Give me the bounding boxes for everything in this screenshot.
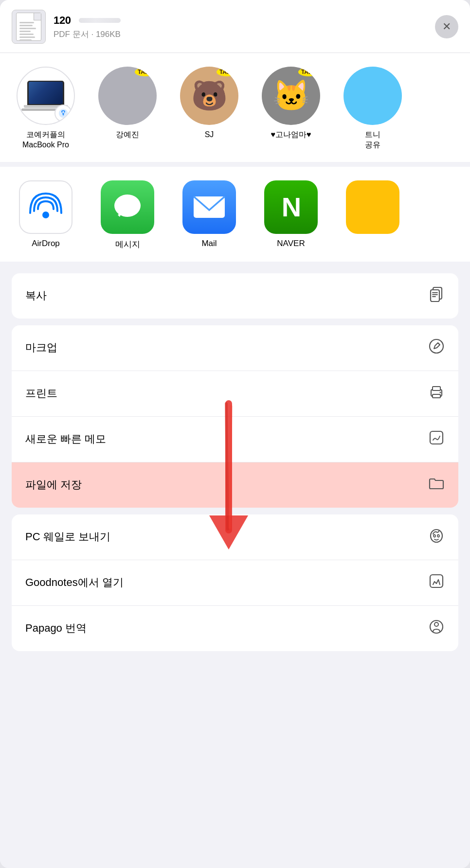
contacts-section: 코예커플의MacBook Pro TALK 강예진 🐻 TALK SJ — [0, 53, 470, 167]
mail-app-icon — [182, 180, 236, 234]
talk-badge-kangyejin: TALK — [135, 68, 156, 76]
copy-label: 복사 — [25, 288, 47, 303]
contacts-row: 코예커플의MacBook Pro TALK 강예진 🐻 TALK SJ — [12, 67, 458, 150]
svg-rect-14 — [433, 394, 440, 398]
markup-icon — [428, 338, 445, 358]
goodnotes-label: Goodnotes에서 열기 — [25, 575, 124, 590]
close-icon: ✕ — [442, 20, 451, 33]
svg-point-22 — [434, 622, 438, 626]
svg-rect-20 — [430, 575, 443, 587]
avatar-partial — [343, 67, 402, 125]
talk-badge-gonaemma: TALK — [298, 68, 319, 76]
contact-macbook[interactable]: 코예커플의MacBook Pro — [12, 67, 80, 150]
save-files-label: 파일에 저장 — [25, 478, 82, 492]
svg-point-1 — [42, 212, 49, 218]
mail-app-name: Mail — [201, 239, 217, 248]
file-info-row: 120 PDF 문서 · 196KB — [12, 10, 121, 44]
action-papago[interactable]: Papago 번역 — [12, 606, 458, 651]
contact-name-partial: 트니공유 — [365, 130, 380, 150]
contact-gonaemma[interactable]: 🐱 TALK ♥고나엄마♥ — [257, 67, 325, 140]
app-airdrop[interactable]: AirDrop — [12, 180, 80, 248]
apps-row: AirDrop 메시지 — [12, 180, 458, 250]
avatar-gonaemma: 🐱 TALK — [262, 67, 320, 125]
airdrop-icon-svg — [28, 190, 63, 225]
action-quicknote[interactable]: 새로운 빠른 메모 — [12, 417, 458, 462]
avatar-kangyejin: TALK — [98, 67, 157, 125]
naver-icon-n: N — [282, 191, 300, 223]
goodnotes-icon — [428, 573, 445, 593]
app-partial[interactable] — [339, 180, 407, 239]
svg-rect-6 — [431, 290, 439, 301]
actions-section: 복사 마크업 — [0, 266, 470, 868]
contact-name-sj: SJ — [205, 130, 214, 140]
avatar-macbook — [17, 67, 75, 125]
app-mail[interactable]: Mail — [175, 180, 243, 248]
share-sheet: 120 PDF 문서 · 196KB ✕ — [0, 0, 470, 868]
airdrop-app-icon — [19, 180, 72, 234]
file-thumbnail — [12, 10, 46, 44]
contact-name-macbook: 코예커플의MacBook Pro — [22, 130, 69, 150]
messages-app-icon — [101, 180, 154, 234]
papago-label: Papago 번역 — [25, 621, 87, 636]
file-name: 120 — [54, 14, 71, 27]
naver-app-name: NAVER — [277, 239, 305, 248]
svg-point-2 — [114, 195, 141, 217]
whale-icon — [428, 527, 445, 547]
svg-point-19 — [437, 534, 439, 537]
svg-line-11 — [438, 343, 440, 345]
airdrop-badge — [54, 105, 72, 122]
papago-icon — [428, 619, 445, 638]
talk-badge-sj: TALK — [217, 68, 237, 76]
pc-whale-label: PC 웨일로 보내기 — [25, 530, 110, 544]
contact-sj[interactable]: 🐻 TALK SJ — [175, 67, 243, 140]
folder-icon — [428, 475, 445, 495]
print-icon — [428, 384, 445, 404]
print-label: 프린트 — [25, 386, 57, 401]
contact-name-gonaemma: ♥고나엄마♥ — [271, 130, 311, 140]
svg-rect-16 — [430, 431, 443, 444]
quicknote-icon — [428, 429, 445, 449]
messages-icon-svg — [110, 190, 145, 225]
svg-point-15 — [440, 391, 441, 393]
action-group-main: 마크업 프린트 — [12, 325, 458, 508]
contact-partial[interactable]: 트니공유 — [339, 67, 407, 150]
avatar-sj: 🐻 TALK — [180, 67, 238, 125]
messages-app-name: 메시지 — [115, 239, 140, 250]
app-naver[interactable]: N NAVER — [257, 180, 325, 248]
markup-label: 마크업 — [25, 340, 57, 355]
apps-section: AirDrop 메시지 — [0, 167, 470, 266]
action-print[interactable]: 프린트 — [12, 371, 458, 417]
close-button[interactable]: ✕ — [435, 15, 458, 38]
naver-app-icon: N — [264, 180, 318, 234]
app-messages[interactable]: 메시지 — [93, 180, 162, 250]
bear-emoji: 🐻 — [191, 81, 228, 110]
partial-app-icon — [346, 180, 399, 234]
share-header: 120 PDF 문서 · 196KB ✕ — [0, 0, 470, 53]
contact-kangyejin[interactable]: TALK 강예진 — [93, 67, 162, 140]
copy-icon — [428, 286, 445, 306]
airdrop-app-name: AirDrop — [32, 239, 60, 248]
action-group-apps: PC 웨일로 보내기 Goodnotes에서 열기 — [12, 514, 458, 651]
svg-rect-13 — [433, 387, 440, 390]
file-name-blur — [79, 18, 121, 23]
action-group-copy: 복사 — [12, 273, 458, 319]
contact-name-kangyejin: 강예진 — [116, 130, 139, 140]
file-meta: PDF 문서 · 196KB — [54, 29, 121, 40]
action-markup[interactable]: 마크업 — [12, 325, 458, 371]
action-save-files[interactable]: 파일에 저장 — [12, 462, 458, 508]
action-pc-whale[interactable]: PC 웨일로 보내기 — [12, 514, 458, 560]
action-copy[interactable]: 복사 — [12, 273, 458, 319]
file-details: 120 PDF 문서 · 196KB — [54, 14, 121, 40]
quicknote-label: 새로운 빠른 메모 — [25, 432, 106, 446]
svg-point-18 — [434, 534, 435, 537]
mail-icon-svg — [192, 193, 227, 222]
svg-point-0 — [63, 114, 64, 115]
action-goodnotes[interactable]: Goodnotes에서 열기 — [12, 560, 458, 606]
svg-point-10 — [430, 339, 443, 353]
